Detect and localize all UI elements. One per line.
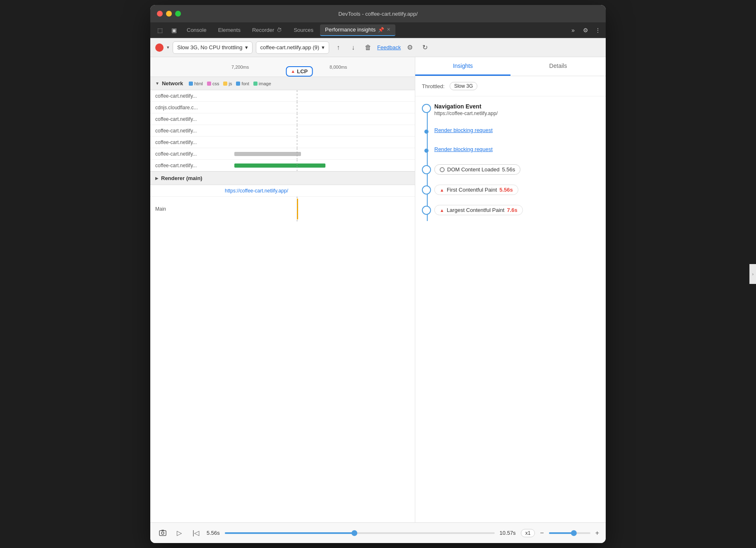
- row-label: coffee-cart.netlify...: [150, 139, 225, 145]
- progress-slider[interactable]: [225, 532, 495, 534]
- row-dashed-line: [297, 148, 297, 159]
- zoom-slider[interactable]: [549, 532, 590, 534]
- legend-html: html: [189, 81, 203, 86]
- toolbar-settings-icon[interactable]: ⚙: [404, 42, 416, 53]
- settings-icon[interactable]: ⚙: [580, 27, 592, 34]
- target-dropdown[interactable]: coffee-cart.netlify.app (9) ▾: [256, 41, 330, 54]
- table-row[interactable]: cdnjs.cloudflare.c...: [150, 102, 415, 113]
- event-fcp: ▲ First Contentful Paint 5.56s: [434, 185, 599, 195]
- inspect-icon[interactable]: ⬚: [154, 24, 166, 36]
- renderer-collapse-icon[interactable]: ▶: [155, 176, 159, 180]
- renderer-section: ▶ Renderer (main) https://coffee-cart.ne…: [150, 171, 415, 221]
- toolbar: ▾ Slow 3G, No CPU throttling ▾ coffee-ca…: [150, 38, 606, 57]
- devtools-window: DevTools - coffee-cart.netlify.app/ ⬚ ▣ …: [150, 5, 606, 543]
- tab-sources[interactable]: Sources: [289, 24, 318, 36]
- renderer-url[interactable]: https://coffee-cart.netlify.app/: [225, 188, 288, 194]
- upload-icon[interactable]: ↑: [332, 42, 344, 53]
- row-timeline: [225, 113, 415, 125]
- row-dashed-line: [297, 137, 297, 148]
- event-node-circle: [422, 104, 431, 113]
- event-dot: [424, 130, 429, 134]
- network-rows: coffee-cart.netlify... cdnjs.cloudflare.…: [150, 90, 415, 171]
- tab-performance-insights[interactable]: Performance insights 📌 ✕: [320, 24, 395, 36]
- fcp-badge: ▲ First Contentful Paint 5.56s: [434, 185, 518, 195]
- ruler-label-left: 7,200ms: [231, 65, 249, 70]
- svg-point-1: [161, 532, 164, 534]
- render-block-link-2[interactable]: Render blocking request: [434, 146, 493, 152]
- maximize-button[interactable]: [175, 11, 181, 17]
- speed-badge[interactable]: x1: [521, 529, 535, 537]
- legend: html css js font: [189, 81, 271, 86]
- svg-rect-0: [159, 531, 166, 536]
- table-row[interactable]: coffee-cart.netlify...: [150, 137, 415, 148]
- more-tabs-icon[interactable]: »: [568, 27, 578, 34]
- feedback-link[interactable]: Feedback: [377, 44, 401, 50]
- main-content: 7,200ms 8,000ms ▲ LCP ▼: [150, 57, 606, 522]
- table-row[interactable]: coffee-cart.netlify...: [150, 160, 415, 171]
- tab-insights[interactable]: Insights: [415, 57, 510, 76]
- minimize-button[interactable]: [166, 11, 172, 17]
- fcp-warning-icon: ▲: [440, 187, 444, 192]
- table-row[interactable]: coffee-cart.netlify...: [150, 125, 415, 137]
- network-section: ▼ Network html css js: [150, 77, 415, 522]
- throttle-badge: Slow 3G: [450, 82, 477, 90]
- time-end: 10.57s: [500, 530, 516, 536]
- tab-elements[interactable]: Elements: [213, 24, 246, 36]
- lcp-warning-icon: ▲: [440, 208, 444, 213]
- close-button[interactable]: [157, 11, 163, 17]
- row-label: cdnjs.cloudflare.c...: [150, 105, 225, 111]
- download-icon[interactable]: ↓: [347, 42, 359, 53]
- network-bar-green: [234, 163, 325, 168]
- skip-to-start-icon[interactable]: |◁: [190, 527, 202, 539]
- event-content: ▲ First Contentful Paint 5.56s: [434, 185, 599, 195]
- main-row[interactable]: Main: [150, 197, 415, 221]
- zoom-out-icon[interactable]: −: [540, 529, 544, 537]
- throttled-row: Throttled: Slow 3G: [415, 76, 606, 96]
- lcp-badge: ▲ LCP: [286, 66, 313, 77]
- row-timeline: [225, 160, 415, 171]
- event-dot: [424, 149, 429, 153]
- device-icon[interactable]: ▣: [168, 24, 180, 36]
- screenshot-icon[interactable]: [157, 527, 169, 539]
- main-row-label: Main: [150, 206, 225, 212]
- progress-thumb[interactable]: [352, 530, 357, 536]
- play-icon[interactable]: ▷: [173, 527, 185, 539]
- tab-console[interactable]: Console: [182, 24, 212, 36]
- event-content: Render blocking request: [434, 126, 599, 134]
- left-panel: 7,200ms 8,000ms ▲ LCP ▼: [150, 57, 415, 522]
- tab-details[interactable]: Details: [510, 57, 606, 76]
- event-render-block-1: Render blocking request: [434, 126, 599, 134]
- event-content: ▲ Largest Contentful Paint 7.6s: [434, 205, 599, 215]
- track-line: [427, 107, 428, 221]
- tab-close-icon[interactable]: ✕: [387, 27, 390, 32]
- renderer-section-header: ▶ Renderer (main): [150, 172, 415, 185]
- table-row[interactable]: coffee-cart.netlify...: [150, 90, 415, 102]
- window-title: DevTools - coffee-cart.netlify.app/: [338, 11, 418, 17]
- table-row[interactable]: coffee-cart.netlify...: [150, 113, 415, 125]
- row-dashed-line: [297, 113, 297, 125]
- events-panel: Navigation Event https://coffee-cart.net…: [415, 96, 606, 522]
- target-dropdown-arrow: ▾: [322, 44, 325, 50]
- toolbar-reload-icon[interactable]: ↻: [419, 42, 431, 53]
- network-collapse-icon[interactable]: ▼: [155, 81, 159, 86]
- event-navigation: Navigation Event https://coffee-cart.net…: [434, 103, 599, 116]
- traffic-lights: [157, 11, 181, 17]
- legend-font: font: [236, 81, 249, 86]
- zoom-in-icon[interactable]: +: [595, 529, 599, 537]
- delete-icon[interactable]: 🗑: [362, 42, 374, 53]
- row-dashed-line: [297, 102, 297, 113]
- event-dom-content-loaded: DOM Content Loaded 5.56s: [434, 164, 599, 175]
- network-throttle-dropdown[interactable]: Slow 3G, No CPU throttling ▾: [173, 41, 253, 54]
- record-dropdown-icon[interactable]: ▾: [167, 45, 169, 50]
- render-block-link-1[interactable]: Render blocking request: [434, 127, 493, 133]
- table-row[interactable]: coffee-cart.netlify...: [150, 148, 415, 160]
- tab-recorder[interactable]: Recorder ⏱: [247, 24, 287, 36]
- row-timeline: [225, 148, 415, 159]
- zoom-thumb[interactable]: [571, 530, 577, 536]
- progress-fill: [225, 532, 354, 534]
- legend-css-dot: [207, 82, 211, 86]
- main-row-timeline: [225, 197, 415, 221]
- record-button[interactable]: [155, 43, 164, 52]
- lcp-time: 7.6s: [507, 207, 517, 213]
- more-options-icon[interactable]: ⋮: [593, 27, 602, 34]
